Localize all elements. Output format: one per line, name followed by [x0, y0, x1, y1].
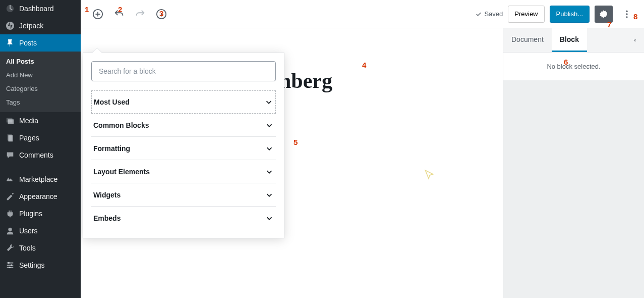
redo-icon: [135, 9, 146, 20]
sidebar-submenu-posts: All Posts Add New Categories Tags: [0, 52, 81, 112]
sidebar-item-tools[interactable]: Tools: [0, 239, 81, 257]
block-inserter-popover: Most Used Common Blocks Formatting Layou…: [83, 53, 284, 238]
cursor-outline-icon: [423, 169, 436, 184]
settings-panel: Document Block No block selected.: [503, 28, 644, 298]
svg-point-6: [8, 228, 12, 231]
editor-topbar: Saved Preview Publish...: [81, 0, 644, 28]
svg-rect-5: [8, 135, 13, 142]
admin-sidebar: Dashboard Jetpack Posts All Posts Add Ne…: [0, 0, 81, 298]
sidebar-label: Jetpack: [19, 22, 43, 30]
svg-point-13: [626, 10, 627, 12]
sidebar-item-users[interactable]: Users: [0, 222, 81, 239]
category-label: Formatting: [93, 144, 130, 153]
sidebar-label: Settings: [19, 261, 45, 269]
category-label: Embeds: [93, 214, 121, 222]
category-label: Layout Elements: [93, 168, 150, 176]
svg-point-15: [626, 16, 627, 18]
sidebar-label: Appearance: [19, 192, 57, 201]
sidebar-label: Dashboard: [19, 5, 54, 13]
preview-button[interactable]: Preview: [508, 6, 544, 23]
redo-button[interactable]: [131, 5, 149, 23]
category-label: Most Used: [94, 98, 130, 106]
sidebar-subitem-all-posts[interactable]: All Posts: [0, 55, 81, 68]
svg-rect-3: [8, 119, 14, 124]
sidebar-item-posts[interactable]: Posts: [0, 34, 81, 52]
chevron-down-icon: [265, 121, 274, 130]
more-menu-button[interactable]: [618, 6, 636, 23]
close-settings-button[interactable]: [626, 36, 644, 44]
undo-icon: [113, 9, 125, 20]
saved-status: Saved: [475, 10, 503, 18]
category-label: Widgets: [93, 191, 121, 199]
settings-sliders-icon: [5, 260, 15, 270]
sidebar-subitem-tags[interactable]: Tags: [0, 95, 81, 109]
inserter-cat-common[interactable]: Common Blocks: [91, 114, 276, 137]
tools-icon: [5, 243, 15, 253]
sidebar-label: Comments: [19, 151, 53, 159]
media-icon: [5, 116, 15, 126]
check-icon: [475, 11, 482, 18]
tab-document[interactable]: Document: [503, 28, 552, 52]
tab-block[interactable]: Block: [552, 28, 587, 52]
settings-tabs: Document Block: [503, 28, 644, 53]
undo-button[interactable]: [110, 5, 128, 23]
sidebar-item-jetpack[interactable]: Jetpack: [0, 17, 81, 34]
svg-point-1: [6, 22, 14, 30]
plus-circle-icon: [92, 9, 103, 20]
svg-point-14: [626, 13, 627, 15]
plugins-icon: [5, 209, 15, 219]
appearance-icon: [5, 191, 15, 202]
dashboard-icon: [5, 4, 15, 14]
sidebar-item-dashboard[interactable]: Dashboard: [0, 0, 81, 17]
sidebar-item-marketplace[interactable]: Marketplace: [0, 171, 81, 188]
info-icon: [156, 9, 167, 20]
sidebar-item-pages[interactable]: Pages: [0, 129, 81, 146]
svg-point-7: [8, 262, 10, 264]
sidebar-item-comments[interactable]: Comments: [0, 146, 81, 164]
sidebar-label: Plugins: [19, 210, 42, 218]
inserter-cat-widgets[interactable]: Widgets: [91, 183, 276, 207]
inserter-cat-layout[interactable]: Layout Elements: [91, 160, 276, 183]
comments-icon: [5, 150, 15, 160]
saved-label: Saved: [484, 10, 503, 18]
svg-point-8: [11, 264, 13, 266]
chevron-down-icon: [264, 97, 273, 107]
editor-main: 1 2 3 4 5 6 7 8 Saved Preview: [81, 0, 644, 298]
jetpack-icon: [5, 21, 15, 31]
inserter-cat-most-used[interactable]: Most Used: [91, 90, 276, 114]
chevron-down-icon: [265, 144, 274, 153]
users-icon: [5, 226, 15, 236]
close-icon: [633, 36, 637, 44]
svg-point-9: [9, 267, 11, 269]
gear-icon: [599, 9, 609, 19]
inserter-cat-embeds[interactable]: Embeds: [91, 207, 276, 230]
pages-icon: [5, 133, 15, 143]
chevron-down-icon: [265, 214, 274, 223]
sidebar-subitem-add-new[interactable]: Add New: [0, 68, 81, 82]
sidebar-label: Tools: [19, 244, 36, 252]
sidebar-item-settings[interactable]: Settings: [0, 257, 81, 274]
chevron-down-icon: [265, 190, 274, 200]
settings-empty-area: [503, 80, 644, 298]
sidebar-item-appearance[interactable]: Appearance: [0, 188, 81, 205]
info-button[interactable]: [152, 5, 170, 23]
sidebar-item-plugins[interactable]: Plugins: [0, 205, 81, 222]
block-search-input[interactable]: [91, 61, 276, 81]
pin-icon: [5, 38, 15, 48]
sidebar-label: Media: [19, 117, 38, 125]
sidebar-item-media[interactable]: Media: [0, 112, 81, 129]
chevron-down-icon: [265, 167, 274, 176]
editor-canvas[interactable]: utenberg Most Used Common Blocks: [81, 28, 503, 298]
add-block-button[interactable]: [89, 5, 107, 23]
sidebar-subitem-categories[interactable]: Categories: [0, 82, 81, 95]
no-block-message: No block selected.: [547, 63, 600, 70]
settings-body: No block selected.: [503, 53, 644, 80]
marketplace-icon: [5, 174, 15, 184]
inserter-cat-formatting[interactable]: Formatting: [91, 137, 276, 160]
settings-toggle-button[interactable]: [595, 6, 613, 23]
kebab-icon: [622, 9, 632, 19]
publish-button[interactable]: Publish...: [550, 6, 590, 23]
sidebar-label: Users: [19, 227, 38, 235]
sidebar-label: Posts: [19, 39, 37, 47]
sidebar-label: Pages: [19, 134, 39, 142]
